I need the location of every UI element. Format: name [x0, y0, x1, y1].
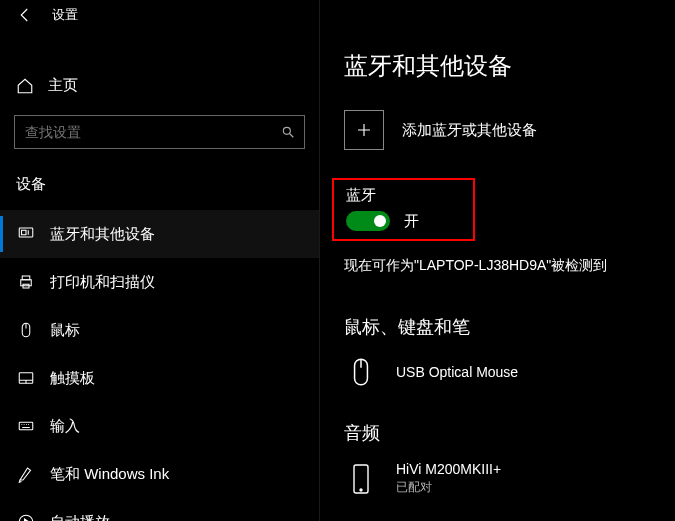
svg-rect-8	[19, 422, 33, 430]
touchpad-icon	[16, 368, 36, 388]
plus-icon	[344, 110, 384, 150]
sidebar-item-label: 蓝牙和其他设备	[50, 225, 155, 244]
toggle-knob	[374, 215, 386, 227]
bluetooth-toggle[interactable]	[346, 211, 390, 231]
sidebar-item-label: 笔和 Windows Ink	[50, 465, 169, 484]
sidebar-item-label: 输入	[50, 417, 80, 436]
window-title: 设置	[52, 6, 78, 24]
bluetooth-devices-icon	[16, 224, 36, 244]
back-button[interactable]	[16, 6, 34, 24]
sidebar-item-typing[interactable]: 输入	[0, 402, 319, 450]
mouse-icon	[16, 320, 36, 340]
sidebar-item-label: 打印机和扫描仪	[50, 273, 155, 292]
discoverable-text: 现在可作为"LAPTOP-LJ38HD9A"被检测到	[344, 257, 651, 275]
svg-rect-4	[22, 276, 30, 280]
page-title: 蓝牙和其他设备	[344, 50, 651, 82]
printer-icon	[16, 272, 36, 292]
pen-icon	[16, 464, 36, 484]
autoplay-icon	[16, 512, 36, 521]
mouse-section-heading: 鼠标、键盘和笔	[344, 315, 651, 339]
bluetooth-toggle-highlight: 蓝牙 开	[332, 178, 475, 241]
home-label: 主页	[48, 76, 78, 95]
keyboard-icon	[16, 416, 36, 436]
device-name: HiVi M200MKIII+	[396, 461, 501, 477]
svg-point-0	[283, 127, 290, 134]
home-icon	[16, 77, 34, 95]
phone-device-icon	[344, 462, 378, 496]
sidebar-item-bluetooth[interactable]: 蓝牙和其他设备	[0, 210, 319, 258]
bluetooth-toggle-label: 开	[404, 212, 419, 231]
sidebar-item-touchpad[interactable]: 触摸板	[0, 354, 319, 402]
bluetooth-heading: 蓝牙	[346, 186, 419, 205]
svg-rect-3	[21, 280, 32, 286]
sidebar-section-label: 设备	[0, 167, 319, 210]
sidebar-item-printers[interactable]: 打印机和扫描仪	[0, 258, 319, 306]
audio-section-heading: 音频	[344, 421, 651, 445]
add-device-label: 添加蓝牙或其他设备	[402, 121, 537, 140]
sidebar-item-autoplay[interactable]: 自动播放	[0, 498, 319, 521]
sidebar-item-mouse[interactable]: 鼠标	[0, 306, 319, 354]
sidebar-item-label: 触摸板	[50, 369, 95, 388]
search-icon	[281, 125, 295, 139]
device-name: USB Optical Mouse	[396, 364, 518, 380]
svg-point-12	[360, 489, 362, 491]
search-input[interactable]	[14, 115, 305, 149]
sidebar-item-label: 自动播放	[50, 513, 110, 522]
device-item-mouse[interactable]: USB Optical Mouse	[344, 355, 651, 389]
device-item-audio[interactable]: HiVi M200MKIII+ 已配对	[344, 461, 651, 496]
sidebar-item-pen[interactable]: 笔和 Windows Ink	[0, 450, 319, 498]
svg-rect-2	[22, 230, 27, 235]
mouse-device-icon	[344, 355, 378, 389]
device-status: 已配对	[396, 479, 501, 496]
add-device-button[interactable]: 添加蓝牙或其他设备	[344, 110, 651, 150]
search-field[interactable]	[14, 115, 305, 149]
sidebar-item-home[interactable]: 主页	[0, 64, 319, 105]
sidebar-item-label: 鼠标	[50, 321, 80, 340]
